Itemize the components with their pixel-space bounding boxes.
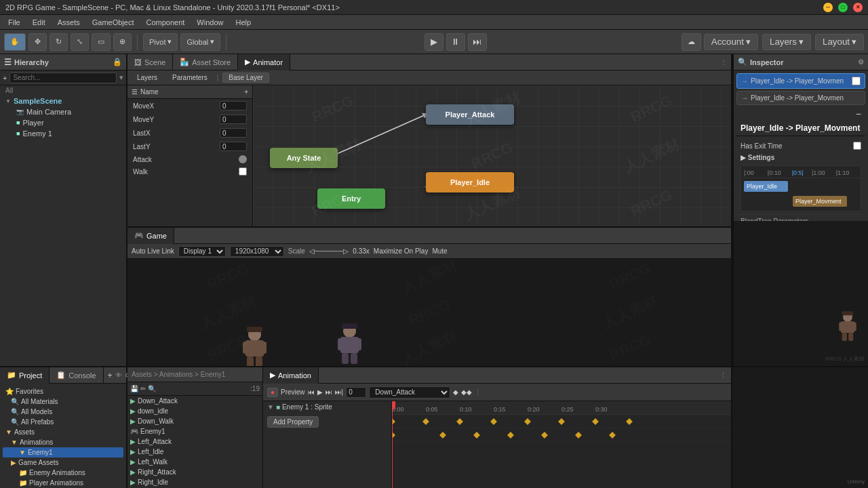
file-left-attack[interactable]: ▶ Left_Attack xyxy=(127,436,262,447)
has-exit-checkbox[interactable] xyxy=(853,142,861,150)
pivot-button[interactable]: Pivot ▾ xyxy=(143,33,178,51)
tool-hand[interactable]: ✋ xyxy=(4,33,26,51)
state-player-attack[interactable]: Player_Attack xyxy=(426,104,514,125)
panel-options[interactable]: ⋮ xyxy=(716,58,731,66)
scale-slider-area[interactable]: ◁──────▷ xyxy=(309,247,349,255)
kf-2-6[interactable] xyxy=(609,432,616,439)
proj-eye-btn[interactable]: 👁 xyxy=(115,371,122,379)
file-left-idle[interactable]: ▶ Left_Idle xyxy=(127,447,262,457)
kf-1-6[interactable] xyxy=(592,418,599,425)
animations-folder[interactable]: ▼ Animations xyxy=(3,437,123,447)
kf-1-7[interactable] xyxy=(626,418,633,425)
anim-frame-input[interactable] xyxy=(346,387,366,398)
hierarchy-main-camera[interactable]: 📷 Main Camera xyxy=(0,106,126,117)
tab-animation[interactable]: ▶ Animation xyxy=(263,367,319,384)
file-right-attack[interactable]: ▶ Right_Attack xyxy=(127,467,262,477)
kf-1-2[interactable] xyxy=(456,418,463,425)
account-button[interactable]: Account ▾ xyxy=(704,34,758,50)
player-animations-item[interactable]: 📁 Player Animations xyxy=(3,478,123,488)
anim-end-btn[interactable]: ⏭| xyxy=(335,388,344,396)
property-enemy1-sprite[interactable]: ▼ ■ Enemy 1 : Sprite xyxy=(263,401,391,413)
pause-button[interactable]: ⏸ xyxy=(446,33,465,51)
walk-checkbox[interactable] xyxy=(239,167,247,176)
display-select[interactable]: Display 1 xyxy=(178,246,226,257)
file-down-attack[interactable]: ▶ Down_Attack xyxy=(127,396,262,406)
base-layer-btn[interactable]: Base Layer xyxy=(222,73,269,83)
hierarchy-lock[interactable]: 🔒 xyxy=(113,58,122,66)
state-any-state[interactable]: Any State xyxy=(270,148,338,168)
inspector-settings[interactable]: ⚙ xyxy=(858,58,864,66)
kf-2-4[interactable] xyxy=(541,432,548,439)
file-down-idle[interactable]: ▶ down_idle xyxy=(127,406,262,416)
file-search-btn[interactable]: 🔍 xyxy=(148,385,156,392)
file-right-idle[interactable]: ▶ Right_Idle xyxy=(127,477,262,487)
kf-1-5[interactable] xyxy=(558,418,565,425)
anim-options-btn[interactable]: ⋮ xyxy=(475,388,481,396)
layers-button[interactable]: Layers ▾ xyxy=(762,34,811,50)
hierarchy-enemy1[interactable]: ■ Enemy 1 xyxy=(0,128,126,139)
tool-move[interactable]: ✥ xyxy=(28,33,47,51)
anim-panel-options[interactable]: ⋮ xyxy=(715,371,731,380)
state-entry[interactable]: Entry xyxy=(317,188,385,209)
menu-assets[interactable]: Assets xyxy=(52,17,85,28)
anim-clip-select[interactable]: Down_Attack xyxy=(369,386,450,399)
tool-rotate[interactable]: ↻ xyxy=(50,33,68,51)
add-property-btn[interactable]: Add Property xyxy=(267,416,319,428)
menu-file[interactable]: File xyxy=(3,17,26,28)
kf-1-4[interactable] xyxy=(524,418,531,425)
anim-params-tab[interactable]: Parameters xyxy=(167,73,213,82)
file-left-walk[interactable]: ▶ Left_Walk xyxy=(127,457,262,467)
movey-input[interactable] xyxy=(220,115,247,124)
menu-component[interactable]: Component xyxy=(140,17,190,28)
minimize-button[interactable]: ─ xyxy=(823,3,833,12)
menu-window[interactable]: Window xyxy=(191,17,229,28)
anim-layers-tab[interactable]: Layers xyxy=(132,73,163,82)
all-models-item[interactable]: 🔍 All Models xyxy=(3,407,123,417)
tab-asset-store[interactable]: 🏪 Asset Store xyxy=(173,54,238,70)
state-player-idle[interactable]: Player_Idle xyxy=(426,172,514,192)
tab-project[interactable]: 📁 Project xyxy=(0,367,50,384)
maximize-on-play[interactable]: Maximize On Play xyxy=(374,247,429,255)
settings-section[interactable]: ▶ Settings xyxy=(736,151,865,163)
close-button[interactable]: ✕ xyxy=(853,3,863,12)
file-save-btn[interactable]: 💾 xyxy=(130,385,138,392)
anim-play-btn[interactable]: ▶ xyxy=(317,388,323,396)
tab-animator[interactable]: ▶ Animator xyxy=(238,54,290,70)
hierarchy-scene[interactable]: ▼ SampleScene xyxy=(0,96,126,106)
assets-folder[interactable]: ▼ Assets xyxy=(3,427,123,437)
kf-2-1[interactable] xyxy=(439,432,446,439)
anim-prev-btn[interactable]: ⏮ xyxy=(308,388,315,396)
play-button[interactable]: ▶ xyxy=(425,33,443,51)
game-assets-folder[interactable]: ▶ Game Assets xyxy=(3,458,123,468)
menu-help[interactable]: Help xyxy=(230,17,256,28)
track-movment-block[interactable]: Player_Movment xyxy=(793,196,847,207)
kf-2-3[interactable] xyxy=(507,432,514,439)
cloud-button[interactable]: ☁ xyxy=(682,33,701,51)
tab-game[interactable]: 🎮 Game xyxy=(127,228,174,244)
menu-edit[interactable]: Edit xyxy=(27,17,51,28)
enemy-animations-item[interactable]: 📁 Enemy Animations xyxy=(3,468,123,478)
file-enemy1[interactable]: 🎮 Enemy1 xyxy=(127,426,262,436)
kf-2-2[interactable] xyxy=(473,432,480,439)
tool-transform[interactable]: ⊕ xyxy=(113,33,132,51)
anim-keyframe-btn[interactable]: ◆ xyxy=(453,388,458,396)
step-button[interactable]: ⏭ xyxy=(468,33,487,51)
lastx-input[interactable] xyxy=(220,128,247,138)
resolution-select[interactable]: 1920x1080 xyxy=(230,246,284,257)
param-add-btn[interactable]: + xyxy=(244,88,248,96)
attack-trigger[interactable] xyxy=(239,155,247,163)
transition-check-1[interactable] xyxy=(852,77,861,85)
lasty-input[interactable] xyxy=(220,142,247,151)
hierarchy-add-btn[interactable]: + xyxy=(3,74,7,82)
layout-button[interactable]: Layout ▾ xyxy=(815,34,864,50)
kf-1-1[interactable] xyxy=(422,418,429,425)
hierarchy-player[interactable]: ■ Player xyxy=(0,117,126,128)
global-button[interactable]: Global ▾ xyxy=(180,33,220,51)
animator-graph[interactable]: Any State Entry Player_Attack Player_I xyxy=(253,85,731,226)
anim-preview-icon[interactable]: ● xyxy=(267,388,278,397)
mute-label[interactable]: Mute xyxy=(432,247,447,255)
favorites-folder[interactable]: ⭐ Favorites xyxy=(3,386,123,396)
transition-item-2[interactable]: → Player_Idle -> Player_Movmen xyxy=(736,91,865,105)
menu-gameobject[interactable]: GameObject xyxy=(87,17,140,28)
tool-rect[interactable]: ▭ xyxy=(92,33,111,51)
